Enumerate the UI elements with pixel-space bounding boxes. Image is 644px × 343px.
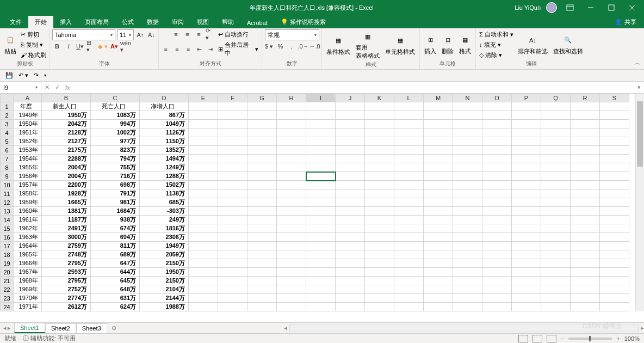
cell-P16[interactable] <box>512 233 541 242</box>
cell-G20[interactable] <box>247 268 277 277</box>
cell-F2[interactable] <box>218 111 247 120</box>
cell-G3[interactable] <box>247 120 277 128</box>
cell-G14[interactable] <box>247 216 277 224</box>
cell-O11[interactable] <box>482 189 512 198</box>
cell-S3[interactable] <box>600 120 629 128</box>
cell-S12[interactable] <box>600 198 629 207</box>
tab-insert[interactable]: 插入 <box>53 16 78 28</box>
cell-K20[interactable] <box>365 268 394 277</box>
share-button[interactable]: 👤 共享 <box>607 16 644 28</box>
cell-B16[interactable]: 3000万 <box>42 233 91 242</box>
cell-K10[interactable] <box>365 181 394 189</box>
font-color-button[interactable]: A ▾ <box>109 41 119 51</box>
cell-F25[interactable] <box>218 311 247 312</box>
cell-R25[interactable] <box>571 311 600 312</box>
cell-I9[interactable] <box>306 172 336 181</box>
cell-A8[interactable]: 1955年 <box>14 163 42 172</box>
cell-A10[interactable]: 1957年 <box>14 181 42 189</box>
border-button[interactable]: ⊞ ▾ <box>86 41 96 51</box>
cell-H1[interactable] <box>277 102 306 111</box>
cell-C19[interactable]: 647万 <box>91 259 140 268</box>
cell-J6[interactable] <box>336 146 365 155</box>
cell-H6[interactable] <box>277 146 306 155</box>
underline-button[interactable]: U ▾ <box>75 41 85 51</box>
cell-J15[interactable] <box>336 224 365 233</box>
cell-P24[interactable] <box>512 303 541 311</box>
cell-M16[interactable] <box>424 233 453 242</box>
cell-C6[interactable]: 823万 <box>91 146 140 155</box>
cell-B6[interactable]: 2175万 <box>42 146 91 155</box>
cell-F20[interactable] <box>218 268 247 277</box>
cell-N3[interactable] <box>453 120 482 128</box>
decrease-indent-icon[interactable]: ⇤ <box>195 44 205 54</box>
cell-S17[interactable] <box>600 242 629 250</box>
cell-D3[interactable]: 1049万 <box>140 120 189 128</box>
page-break-view-icon[interactable] <box>547 335 556 342</box>
cell-E5[interactable] <box>189 137 218 146</box>
cell-N4[interactable] <box>453 128 482 137</box>
cell-E24[interactable] <box>189 303 218 311</box>
qat-customize-icon[interactable]: ▾ <box>44 73 46 78</box>
row-header-16[interactable]: 16 <box>1 233 14 242</box>
cell-S16[interactable] <box>600 233 629 242</box>
cell-S14[interactable] <box>600 216 629 224</box>
cell-E25[interactable] <box>189 311 218 312</box>
row-header-23[interactable]: 23 <box>1 294 14 303</box>
cell-F12[interactable] <box>218 198 247 207</box>
cell-L3[interactable] <box>394 120 424 128</box>
cell-Q2[interactable] <box>541 111 571 120</box>
cell-R12[interactable] <box>571 198 600 207</box>
align-middle-icon[interactable]: ≡ <box>183 29 193 39</box>
cell-B13[interactable]: 1381万 <box>42 207 91 216</box>
cell-F8[interactable] <box>218 163 247 172</box>
cell-D6[interactable]: 1352万 <box>140 146 189 155</box>
col-header-I[interactable]: I <box>306 94 336 102</box>
cell-N15[interactable] <box>453 224 482 233</box>
cell-A19[interactable]: 1966年 <box>14 259 42 268</box>
cell-Q1[interactable] <box>541 102 571 111</box>
cell-D7[interactable]: 1494万 <box>140 155 189 163</box>
cell-I16[interactable] <box>306 233 336 242</box>
cell-J9[interactable] <box>336 172 365 181</box>
cell-J1[interactable] <box>336 102 365 111</box>
cell-L14[interactable] <box>394 216 424 224</box>
cell-G1[interactable] <box>247 102 277 111</box>
cell-M9[interactable] <box>424 172 453 181</box>
expand-formula-icon[interactable]: ▾ <box>637 84 641 91</box>
cell-Q20[interactable] <box>541 268 571 277</box>
cell-E6[interactable] <box>189 146 218 155</box>
cell-P12[interactable] <box>512 198 541 207</box>
cell-B20[interactable]: 2593万 <box>42 268 91 277</box>
cell-B3[interactable]: 2042万 <box>42 120 91 128</box>
align-center-icon[interactable]: ≡ <box>172 44 182 54</box>
cell-I13[interactable] <box>306 207 336 216</box>
cell-N23[interactable] <box>453 294 482 303</box>
cell-F6[interactable] <box>218 146 247 155</box>
cell-H13[interactable] <box>277 207 306 216</box>
cell-M4[interactable] <box>424 128 453 137</box>
cell-H15[interactable] <box>277 224 306 233</box>
cell-P5[interactable] <box>512 137 541 146</box>
cell-O4[interactable] <box>482 128 512 137</box>
cell-O5[interactable] <box>482 137 512 146</box>
paste-button[interactable]: 📋粘贴 <box>2 33 18 57</box>
cell-B5[interactable]: 2127万 <box>42 137 91 146</box>
cell-R5[interactable] <box>571 137 600 146</box>
cell-L13[interactable] <box>394 207 424 216</box>
cell-S9[interactable] <box>600 172 629 181</box>
cell-M12[interactable] <box>424 198 453 207</box>
cell-O6[interactable] <box>482 146 512 155</box>
cell-J22[interactable] <box>336 285 365 294</box>
cell-K17[interactable] <box>365 242 394 250</box>
cell-H24[interactable] <box>277 303 306 311</box>
cell-I3[interactable] <box>306 120 336 128</box>
cell-G4[interactable] <box>247 128 277 137</box>
insert-cells-button[interactable]: ⊞插入 <box>422 33 438 57</box>
cell-M1[interactable] <box>424 102 453 111</box>
cell-E12[interactable] <box>189 198 218 207</box>
cell-A17[interactable]: 1964年 <box>14 242 42 250</box>
name-box[interactable]: I9▾ <box>0 82 41 93</box>
close-icon[interactable] <box>624 0 640 15</box>
cell-J2[interactable] <box>336 111 365 120</box>
cell-O23[interactable] <box>482 294 512 303</box>
